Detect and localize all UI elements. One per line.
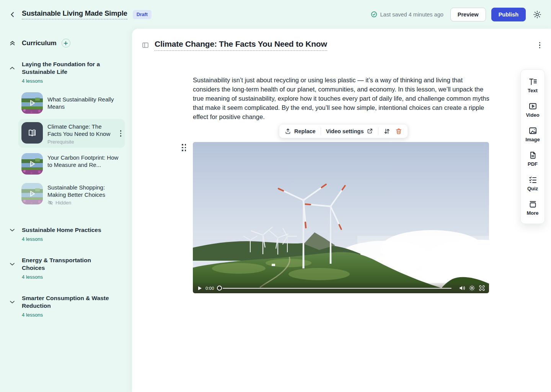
check-circle-icon (371, 11, 377, 18)
lesson-thumbnail (21, 183, 43, 204)
video-settings-button[interactable]: Video settings (326, 128, 373, 134)
play-overlay-icon (21, 183, 43, 204)
chevron-up-icon[interactable] (9, 65, 15, 71)
settings-gear-icon[interactable] (533, 10, 542, 19)
lesson-editor-canvas: Climate Change: The Facts You Need to Kn… (132, 29, 551, 392)
section-header[interactable]: Sustainable Home Practices (0, 226, 132, 234)
publish-button[interactable]: Publish (491, 8, 526, 21)
lesson-title: What Sustainability Really Means (47, 96, 122, 110)
insert-more-button[interactable]: More (521, 195, 544, 220)
delete-block-icon[interactable] (395, 128, 402, 135)
reorder-arrows-icon[interactable] (383, 128, 390, 135)
lesson-header: Climate Change: The Facts You Need to Kn… (132, 29, 551, 51)
section-title: Sustainable Home Practices (22, 226, 112, 234)
external-link-icon (367, 128, 373, 134)
curriculum-sidebar: Curriculum Laying the Foundation for a S… (0, 29, 132, 392)
toggle-sidebar-icon[interactable] (142, 42, 149, 49)
last-saved-label: Last saved 4 minutes ago (380, 11, 443, 18)
playback-time: 0:00 (205, 286, 214, 291)
section-header[interactable]: Energy & Transportation Choices (0, 256, 132, 272)
back-icon[interactable] (9, 11, 16, 18)
lesson-thumbnail (21, 92, 43, 114)
lesson-page-title[interactable]: Climate Change: The Facts You Need to Kn… (155, 39, 327, 51)
status-badge: Draft (133, 10, 152, 19)
lesson-title: Sustainable Shopping: Making Better Choi… (47, 184, 122, 198)
insert-quiz-button[interactable]: Quiz (521, 171, 544, 195)
lesson-thumbnail (21, 153, 43, 175)
lesson-row-video-hidden[interactable]: Sustainable Shopping: Making Better Choi… (18, 180, 125, 209)
play-overlay-icon (21, 153, 43, 175)
top-bar: Sustainable Living Made Simple Draft Las… (0, 0, 551, 29)
curriculum-section: Energy & Transportation Choices 4 lesson… (0, 256, 132, 280)
curriculum-title: Curriculum (22, 39, 57, 47)
insert-image-button[interactable]: Image (521, 122, 544, 146)
eye-off-icon (47, 200, 53, 206)
video-controls-bar: 0:00 (193, 283, 489, 293)
lesson-row-video[interactable]: What Sustainability Really Means (18, 89, 125, 117)
lesson-kebab-icon[interactable] (119, 129, 122, 137)
text-icon (528, 77, 537, 86)
play-overlay-icon (21, 92, 43, 114)
video-frame-wind-turbines (193, 142, 489, 293)
section-header[interactable]: Laying the Foundation for a Sustainable … (0, 60, 132, 76)
lesson-row-reading-selected[interactable]: Climate Change: The Facts You Need to Kn… (18, 119, 125, 148)
fullscreen-icon[interactable] (479, 285, 485, 291)
progress-track[interactable] (223, 288, 452, 289)
course-title[interactable]: Sustainable Living Made Simple (22, 9, 127, 20)
lesson-prerequisite-label: Prerequisite (47, 139, 115, 145)
upload-icon (285, 128, 291, 134)
preview-button[interactable]: Preview (450, 8, 486, 21)
section-lesson-count: 4 lessons (22, 274, 132, 280)
section-lesson-count: 4 lessons (22, 236, 132, 242)
lesson-options-kebab-icon[interactable] (538, 41, 541, 49)
add-section-button[interactable] (62, 39, 70, 47)
image-icon (528, 126, 537, 135)
video-player[interactable]: 0:00 (193, 142, 489, 293)
lesson-row-video[interactable]: Your Carbon Footprint: How to Measure an… (18, 150, 125, 178)
section-lesson-count: 4 lessons (22, 312, 132, 318)
curriculum-section: Smarter Consumption & Waste Reduction 4 … (0, 294, 132, 318)
volume-icon[interactable] (459, 285, 465, 291)
insert-video-button[interactable]: Video (521, 97, 544, 122)
insert-pdf-button[interactable]: PDF (521, 146, 544, 171)
chevron-down-icon[interactable] (9, 299, 15, 305)
lesson-intro-paragraph[interactable]: Sustainability isn’t just about recyclin… (193, 75, 490, 121)
insert-text-button[interactable]: Text (521, 73, 544, 97)
section-title: Laying the Foundation for a Sustainable … (22, 60, 112, 76)
scrubber-knob[interactable] (217, 286, 222, 291)
collapse-all-icon[interactable] (9, 40, 16, 46)
pdf-icon (528, 151, 537, 160)
toolbar-divider (321, 127, 321, 135)
lesson-title: Climate Change: The Facts You Need to Kn… (47, 123, 115, 137)
block-drag-handle[interactable] (182, 144, 186, 151)
lesson-title: Your Carbon Footprint: How to Measure an… (47, 154, 122, 168)
section-title: Energy & Transportation Choices (22, 256, 112, 272)
video-block-toolbar: Replace Video settings (279, 124, 408, 138)
insert-block-toolbar: Text Video Image PDF Quiz (520, 69, 545, 224)
book-icon (26, 127, 38, 139)
section-header[interactable]: Smarter Consumption & Waste Reduction (0, 294, 132, 310)
chevron-down-icon[interactable] (9, 227, 15, 233)
curriculum-section: Sustainable Home Practices 4 lessons (0, 226, 132, 242)
chevron-down-icon[interactable] (9, 261, 15, 267)
play-icon[interactable] (198, 286, 202, 290)
toolbar-divider (378, 127, 378, 135)
autosave-status: Last saved 4 minutes ago (371, 11, 443, 18)
lesson-hidden-label: Hidden (47, 200, 122, 206)
more-blocks-icon (528, 200, 537, 209)
header-actions: Last saved 4 minutes ago Preview Publish (371, 8, 542, 21)
lesson-thumbnail (21, 122, 43, 144)
quiz-icon (528, 175, 537, 184)
section-title: Smarter Consumption & Waste Reduction (22, 294, 112, 310)
lesson-list: What Sustainability Really Means Climate… (0, 89, 132, 209)
replace-video-button[interactable]: Replace (285, 128, 316, 134)
course-builder-app: Sustainable Living Made Simple Draft Las… (0, 0, 551, 392)
video-icon (528, 102, 537, 111)
curriculum-header: Curriculum (0, 39, 132, 47)
curriculum-section: Laying the Foundation for a Sustainable … (0, 60, 132, 209)
section-lesson-count: 4 lessons (22, 78, 132, 84)
player-settings-icon[interactable] (469, 285, 475, 291)
